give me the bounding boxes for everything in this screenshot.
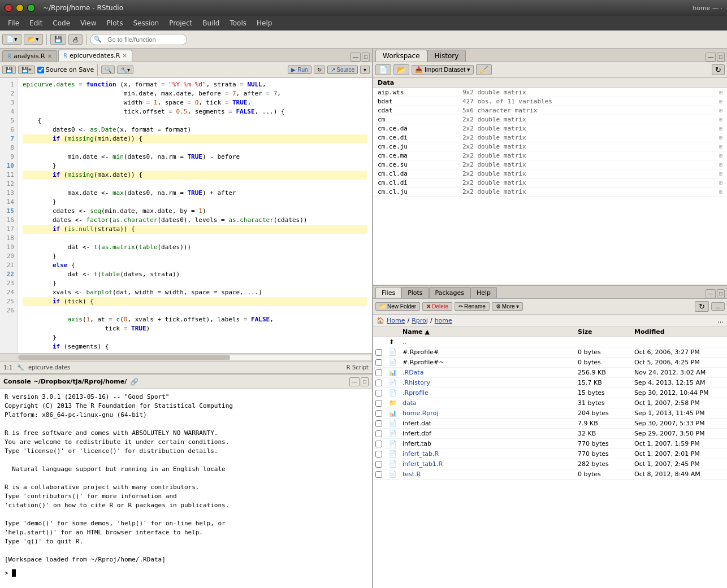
- breadcrumb-rproj[interactable]: Rproj: [412, 317, 428, 324]
- source-btn[interactable]: ↗ Source: [327, 66, 358, 74]
- file-row-infert-tab1-r[interactable]: 📄 infert_tab1.R 282 bytes Oct 1, 2007, 2…: [373, 459, 727, 469]
- files-maximize-btn[interactable]: □: [717, 289, 725, 298]
- ws-row-cm-cl-di[interactable]: cm.cl.di 2x2 double matrix ⊞: [373, 178, 727, 188]
- tab-workspace[interactable]: Workspace: [375, 50, 427, 62]
- console-minimize-btn[interactable]: —: [349, 377, 360, 386]
- file-row-data[interactable]: 📁 data 31 bytes Oct 1, 2007, 2:58 PM: [373, 398, 727, 408]
- close-btn[interactable]: [5, 4, 12, 12]
- file-row-rhistory[interactable]: 📄 .Rhistory 15.7 KB Sep 4, 2013, 12:15 A…: [373, 378, 727, 388]
- file-name-rprofile[interactable]: .Rprofile: [403, 389, 578, 397]
- col-modified[interactable]: Modified: [634, 328, 725, 336]
- ws-row-cdat[interactable]: cdat 5x6 character matrix ⊞: [373, 106, 727, 115]
- print-button[interactable]: 🖨: [68, 34, 83, 45]
- file-name-infert-dbf[interactable]: infert.dbf: [403, 430, 578, 437]
- ws-refresh-btn[interactable]: ↻: [712, 64, 725, 75]
- ws-new-btn[interactable]: 📄: [375, 64, 391, 75]
- tab-files[interactable]: Files: [375, 287, 401, 298]
- file-checkbox[interactable]: [375, 380, 382, 386]
- editor-minimize-btn[interactable]: —: [350, 53, 361, 62]
- wand-btn[interactable]: 🔧▾: [117, 66, 133, 74]
- file-checkbox[interactable]: [375, 400, 382, 407]
- file-name-rdata[interactable]: .RData: [403, 369, 578, 376]
- breadcrumb-home[interactable]: Home: [387, 317, 405, 324]
- file-checkbox[interactable]: [375, 390, 382, 397]
- ws-row-cm-ce-da[interactable]: cm.ce.da 2x2 double matrix ⊞: [373, 124, 727, 133]
- file-name-infert-dat[interactable]: infert.dat: [403, 420, 578, 427]
- file-name-rprofile-tilde[interactable]: #.Rprofile#~: [403, 359, 578, 366]
- code-content[interactable]: epicurve.dates = function (x, format = "…: [18, 78, 372, 353]
- new-file-button[interactable]: 📄▾: [2, 34, 21, 45]
- source-dropdown-btn[interactable]: ▾: [360, 66, 370, 74]
- save-file-btn[interactable]: 💾: [2, 66, 16, 74]
- tab-close-analysis[interactable]: ✕: [47, 53, 52, 59]
- file-checkbox[interactable]: [375, 441, 382, 447]
- file-row-parent[interactable]: ⬆ ..: [373, 337, 727, 347]
- file-checkbox[interactable]: [375, 359, 382, 366]
- ws-open-btn[interactable]: 📂: [393, 64, 409, 75]
- re-run-btn[interactable]: ↻: [314, 66, 325, 74]
- source-on-save-checkbox[interactable]: [37, 67, 44, 73]
- new-folder-btn[interactable]: 📁 New Folder: [375, 302, 420, 311]
- source-on-save-label[interactable]: Source on Save: [37, 66, 94, 73]
- menu-view[interactable]: View: [76, 18, 101, 28]
- file-name-data[interactable]: data: [403, 399, 578, 407]
- file-name-rhistory[interactable]: .Rhistory: [403, 379, 578, 386]
- menu-help[interactable]: Help: [252, 18, 276, 28]
- menu-tools[interactable]: Tools: [225, 18, 251, 28]
- ws-row-cm-cl-ju[interactable]: cm.cl.ju 2x2 double matrix ⊞: [373, 188, 727, 197]
- file-row-infert-tab-r[interactable]: 📄 infert_tab.R 770 bytes Oct 1, 2007, 2:…: [373, 449, 727, 459]
- col-name[interactable]: Name ▲: [403, 328, 578, 336]
- parent-dir-name[interactable]: ..: [403, 338, 578, 346]
- file-checkbox[interactable]: [375, 471, 382, 478]
- file-checkbox[interactable]: [375, 420, 382, 427]
- maximize-btn[interactable]: [27, 4, 35, 12]
- file-checkbox[interactable]: [375, 349, 382, 356]
- editor-maximize-btn[interactable]: □: [362, 53, 370, 62]
- file-checkbox[interactable]: [375, 461, 382, 468]
- file-name-infert-tab-r[interactable]: infert_tab.R: [403, 450, 578, 458]
- menu-build[interactable]: Build: [198, 18, 224, 28]
- workspace-minimize-btn[interactable]: —: [706, 53, 716, 62]
- ws-row-cm[interactable]: cm 2x2 double matrix ⊞: [373, 115, 727, 124]
- file-row-infert-dat[interactable]: 📄 infert.dat 7.9 KB Sep 30, 2007, 5:33 P…: [373, 419, 727, 429]
- ws-import-btn[interactable]: 📥 Import Dataset ▾: [412, 65, 474, 75]
- minimize-btn[interactable]: [16, 4, 24, 12]
- menu-project[interactable]: Project: [165, 18, 197, 28]
- files-more-options-btn[interactable]: …: [711, 302, 725, 311]
- file-name-rprofile-hash[interactable]: #.Rprofile#: [403, 349, 578, 356]
- rename-btn[interactable]: ✏ Rename: [455, 302, 490, 311]
- console-content[interactable]: R version 3.0.1 (2013-05-16) -- "Good Sp…: [0, 389, 372, 588]
- ws-clear-btn[interactable]: 🧹: [476, 64, 492, 75]
- file-row-rprofile[interactable]: 📄 .Rprofile 15 bytes Sep 30, 2012, 10:44…: [373, 388, 727, 398]
- files-refresh-btn[interactable]: ↻: [695, 301, 709, 312]
- file-checkbox[interactable]: [375, 410, 382, 417]
- open-file-button[interactable]: 📂▾: [24, 34, 43, 45]
- workspace-maximize-btn[interactable]: □: [717, 53, 725, 62]
- search-btn[interactable]: 🔍: [101, 66, 115, 74]
- goto-input[interactable]: [104, 35, 183, 44]
- console-maximize-btn[interactable]: □: [361, 377, 369, 386]
- ws-row-bdat[interactable]: bdat 427 obs. of 11 variables ⊞: [373, 97, 727, 106]
- ws-row-cm-ce-su[interactable]: cm.ce.su 2x2 double matrix ⊞: [373, 160, 727, 169]
- ws-row-aip-wts[interactable]: aip.wts 9x2 double matrix ⊞: [373, 88, 727, 97]
- tab-packages[interactable]: Packages: [429, 287, 470, 298]
- breadcrumb-home2[interactable]: home: [435, 317, 452, 324]
- menu-plots[interactable]: Plots: [102, 18, 128, 28]
- file-name-infert-tab[interactable]: infert.tab: [403, 440, 578, 447]
- ws-row-cm-ce-ma[interactable]: cm.ce.ma 2x2 double matrix ⊞: [373, 151, 727, 160]
- file-row-test-r[interactable]: 📄 test.R 0 bytes Oct 8, 2012, 8:49 AM: [373, 469, 727, 480]
- file-row-infert-tab[interactable]: 📄 infert.tab 770 bytes Oct 1, 2007, 1:59…: [373, 439, 727, 449]
- code-editor[interactable]: 12345 6789 1011121314 15161718192021 222…: [0, 78, 372, 353]
- file-row-home-rproj[interactable]: 📊 home.Rproj 204 bytes Sep 1, 2013, 11:4…: [373, 408, 727, 419]
- menu-edit[interactable]: Edit: [25, 18, 47, 28]
- file-checkbox[interactable]: [375, 430, 382, 437]
- col-size[interactable]: Size: [578, 328, 634, 336]
- files-minimize-btn[interactable]: —: [706, 289, 716, 298]
- file-checkbox[interactable]: [375, 369, 382, 376]
- tab-analysis-r[interactable]: R analysis.R ✕: [2, 50, 57, 62]
- save-all-btn[interactable]: 💾+: [18, 66, 35, 74]
- ws-row-cm-ce-di[interactable]: cm.ce.di 2x2 double matrix ⊞: [373, 133, 727, 142]
- editor-hscrollbar[interactable]: [0, 353, 372, 361]
- tab-plots[interactable]: Plots: [401, 287, 429, 298]
- run-btn[interactable]: ▶ Run: [288, 66, 311, 74]
